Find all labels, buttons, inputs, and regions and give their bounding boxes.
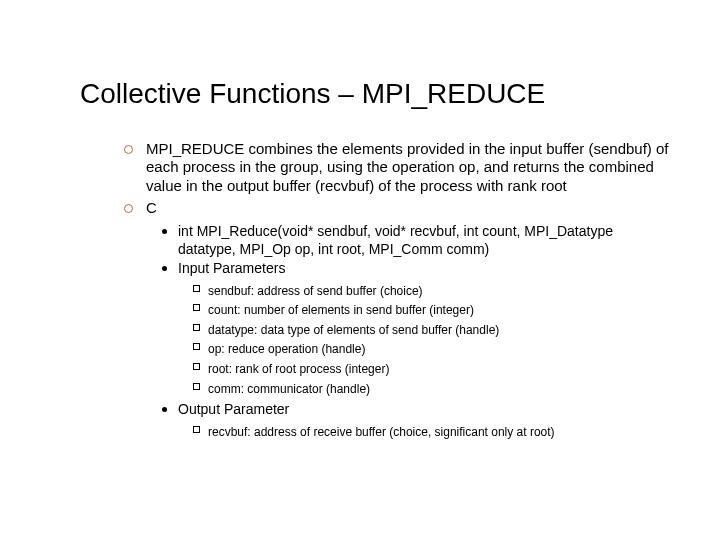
- bullet-signature: int MPI_Reduce(void* sendbuf, void* recv…: [156, 223, 670, 258]
- param-text: sendbuf: address of send buffer (choice): [208, 284, 423, 298]
- slide-title: Collective Functions – MPI_REDUCE: [80, 78, 680, 110]
- bullet-text: int MPI_Reduce(void* sendbuf, void* recv…: [178, 223, 670, 258]
- bullet-language: C int MPI_Reduce(void* sendbuf, void* re…: [118, 199, 670, 440]
- bullet-list-level3: sendbuf: address of send buffer (choice)…: [188, 281, 670, 398]
- param-text: recvbuf: address of receive buffer (choi…: [208, 425, 555, 439]
- bullet-output-param: Output Parameter recvbuf: address of rec…: [156, 401, 670, 440]
- bullet-text: C: [146, 199, 670, 217]
- bullet-list-level1: MPI_REDUCE combines the elements provide…: [118, 140, 670, 440]
- bullet-list-level3: recvbuf: address of receive buffer (choi…: [188, 422, 670, 441]
- param-comm: comm: communicator (handle): [188, 379, 670, 398]
- param-text: op: reduce operation (handle): [208, 342, 365, 356]
- param-text: datatype: data type of elements of send …: [208, 323, 499, 337]
- param-op: op: reduce operation (handle): [188, 339, 670, 358]
- bullet-description: MPI_REDUCE combines the elements provide…: [118, 140, 670, 195]
- param-datatype: datatype: data type of elements of send …: [188, 320, 670, 339]
- param-text: count: number of elements in send buffer…: [208, 303, 474, 317]
- param-text: comm: communicator (handle): [208, 382, 370, 396]
- param-root: root: rank of root process (integer): [188, 359, 670, 378]
- param-recvbuf: recvbuf: address of receive buffer (choi…: [188, 422, 670, 441]
- bullet-text: MPI_REDUCE combines the elements provide…: [146, 140, 670, 195]
- param-text: root: rank of root process (integer): [208, 362, 389, 376]
- slide: Collective Functions – MPI_REDUCE MPI_RE…: [0, 0, 720, 540]
- param-count: count: number of elements in send buffer…: [188, 300, 670, 319]
- bullet-text: Output Parameter: [178, 401, 670, 419]
- bullet-input-params: Input Parameters sendbuf: address of sen…: [156, 260, 670, 397]
- bullet-list-level2: int MPI_Reduce(void* sendbuf, void* recv…: [156, 223, 670, 440]
- slide-body: MPI_REDUCE combines the elements provide…: [118, 140, 670, 440]
- param-sendbuf: sendbuf: address of send buffer (choice): [188, 281, 670, 300]
- bullet-text: Input Parameters: [178, 260, 670, 278]
